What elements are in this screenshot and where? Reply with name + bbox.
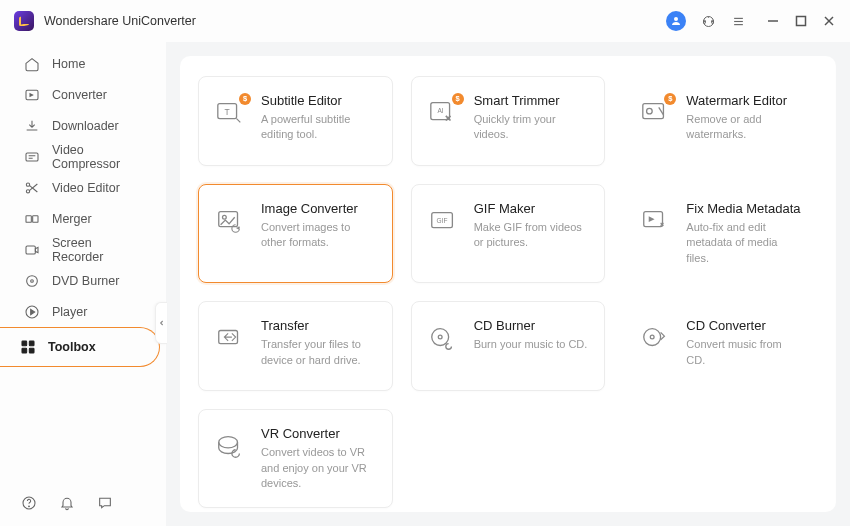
sidebar: Home Converter Downloader Video Compress… [0, 42, 166, 526]
svg-point-36 [223, 215, 227, 219]
app-logo [14, 11, 34, 31]
svg-rect-26 [29, 348, 34, 353]
toolbox-icon [20, 339, 36, 355]
home-icon [24, 56, 40, 72]
titlebar: Wondershare UniConverter [0, 0, 850, 42]
collapse-sidebar-button[interactable] [155, 302, 167, 344]
sidebar-item-label: Toolbox [48, 340, 96, 354]
sidebar-item-compressor[interactable]: Video Compressor [4, 141, 162, 172]
sidebar-item-dvd[interactable]: DVD Burner [4, 265, 162, 296]
tool-card[interactable]: GIFGIF MakerMake GIF from videos or pict… [411, 184, 606, 283]
recorder-icon [24, 242, 40, 258]
svg-rect-23 [22, 341, 27, 346]
tool-icon [638, 322, 672, 354]
tool-description: Remove or add watermarks. [686, 112, 803, 143]
tool-icon [426, 322, 460, 354]
svg-text:T: T [225, 107, 230, 117]
tool-description: Transfer your files to device or hard dr… [261, 337, 378, 368]
compressor-icon [24, 149, 40, 165]
svg-line-15 [29, 185, 37, 192]
svg-point-41 [431, 329, 448, 346]
svg-rect-24 [29, 341, 34, 346]
sidebar-item-recorder[interactable]: Screen Recorder [4, 234, 162, 265]
sidebar-item-label: Screen Recorder [52, 236, 142, 264]
tool-card[interactable]: Fix Media MetadataAuto-fix and edit meta… [623, 184, 818, 283]
sidebar-item-player[interactable]: Player [4, 296, 162, 327]
sidebar-item-converter[interactable]: Converter [4, 79, 162, 110]
tool-title: CD Burner [474, 318, 591, 333]
sidebar-item-label: Converter [52, 88, 107, 102]
svg-point-28 [29, 506, 30, 507]
sidebar-bottom [0, 480, 166, 526]
svg-text:GIF: GIF [436, 217, 447, 224]
play-icon [24, 304, 40, 320]
tool-card[interactable]: TransferTransfer your files to device or… [198, 301, 393, 391]
tool-title: Image Converter [261, 201, 378, 216]
tool-description: Auto-fix and edit metadata of media file… [686, 220, 803, 266]
tool-card[interactable]: VR ConverterConvert videos to VR and enj… [198, 409, 393, 508]
svg-rect-25 [22, 348, 27, 353]
tool-title: GIF Maker [474, 201, 591, 216]
disc-icon [24, 273, 40, 289]
sidebar-item-label: Merger [52, 212, 92, 226]
premium-badge: $ [452, 93, 464, 105]
tool-card[interactable]: CD ConverterConvert music from CD. [623, 301, 818, 391]
account-avatar[interactable] [666, 11, 686, 31]
sidebar-item-merger[interactable]: Merger [4, 203, 162, 234]
svg-point-42 [438, 335, 442, 339]
premium-badge: $ [664, 93, 676, 105]
converter-icon [24, 87, 40, 103]
sidebar-item-label: DVD Burner [52, 274, 119, 288]
tool-icon [638, 205, 672, 237]
menu-icon[interactable] [730, 13, 746, 29]
tool-description: Make GIF from videos or pictures. [474, 220, 591, 251]
merger-icon [24, 211, 40, 227]
tool-grid: T$Subtitle EditorA powerful subtitle edi… [198, 76, 818, 508]
minimize-button[interactable] [766, 14, 780, 28]
tool-card[interactable]: Image ConverterConvert images to other f… [198, 184, 393, 283]
svg-rect-18 [33, 215, 38, 222]
tool-card[interactable]: T$Subtitle EditorA powerful subtitle edi… [198, 76, 393, 166]
tool-description: Convert videos to VR and enjoy on your V… [261, 445, 378, 491]
tool-card[interactable]: CD BurnerBurn your music to CD. [411, 301, 606, 391]
tool-title: CD Converter [686, 318, 803, 333]
tool-icon: T$ [213, 97, 247, 129]
sidebar-item-label: Downloader [52, 119, 119, 133]
app-title: Wondershare UniConverter [44, 14, 196, 28]
svg-point-20 [27, 275, 38, 286]
tool-description: Quickly trim your videos. [474, 112, 591, 143]
svg-rect-17 [26, 215, 31, 222]
tool-icon: $ [638, 97, 672, 129]
svg-point-44 [651, 335, 655, 339]
sidebar-item-toolbox[interactable]: Toolbox [0, 327, 160, 367]
svg-point-0 [674, 17, 678, 21]
tool-icon [213, 205, 247, 237]
tool-description: Convert images to other formats. [261, 220, 378, 251]
close-button[interactable] [822, 14, 836, 28]
svg-text:AI: AI [437, 107, 443, 114]
tool-card[interactable]: AI$Smart TrimmerQuickly trim your videos… [411, 76, 606, 166]
bell-icon[interactable] [58, 494, 76, 512]
support-icon[interactable] [700, 13, 716, 29]
svg-point-21 [31, 279, 34, 282]
download-icon [24, 118, 40, 134]
tool-panel: T$Subtitle EditorA powerful subtitle edi… [180, 56, 836, 512]
tool-icon: GIF [426, 205, 460, 237]
main-area: T$Subtitle EditorA powerful subtitle edi… [166, 42, 850, 526]
tool-description: Convert music from CD. [686, 337, 803, 368]
scissors-icon [24, 180, 40, 196]
sidebar-item-label: Home [52, 57, 85, 71]
tool-title: Watermark Editor [686, 93, 803, 108]
sidebar-item-downloader[interactable]: Downloader [4, 110, 162, 141]
tool-card[interactable]: $Watermark EditorRemove or add watermark… [623, 76, 818, 166]
tool-icon: AI$ [426, 97, 460, 129]
help-icon[interactable] [20, 494, 38, 512]
sidebar-item-home[interactable]: Home [4, 48, 162, 79]
sidebar-item-label: Video Compressor [52, 143, 142, 171]
feedback-icon[interactable] [96, 494, 114, 512]
sidebar-item-editor[interactable]: Video Editor [4, 172, 162, 203]
sidebar-item-label: Player [52, 305, 87, 319]
maximize-button[interactable] [794, 14, 808, 28]
tool-icon [213, 430, 247, 462]
tool-description: Burn your music to CD. [474, 337, 591, 352]
